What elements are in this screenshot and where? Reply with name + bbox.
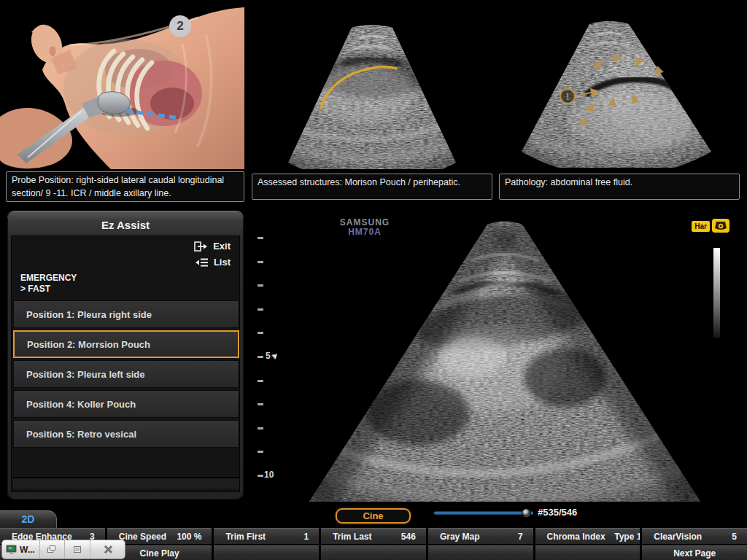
ez-assist-title: Ez Assist <box>7 211 244 231</box>
gray-map-bar <box>713 248 720 338</box>
app-window-icon <box>6 545 17 555</box>
pathology-marker-label: ! <box>566 91 569 102</box>
position-item-4[interactable]: Position 4: Koller Pouch <box>13 390 239 418</box>
panel-footer <box>13 477 239 489</box>
softkey-chroma-index[interactable]: Chroma IndexType 1 <box>535 528 640 544</box>
position-item-label: Position 4: Koller Pouch <box>26 399 136 410</box>
cine-button[interactable]: Cine <box>336 508 411 524</box>
softkey-value: 1 <box>303 532 319 542</box>
ultrasound-image <box>252 210 747 502</box>
position-item-2[interactable]: Position 2: Morrsion Pouch <box>13 330 239 358</box>
position-item-label: Position 2: Morrsion Pouch <box>27 339 150 350</box>
close-icon <box>104 545 112 553</box>
window-maximize-button[interactable] <box>64 540 90 559</box>
slider-knob[interactable] <box>522 508 531 518</box>
assessed-structures-caption: Assessed structures: Morison Pouch / per… <box>252 174 492 200</box>
position-item-label: Position 1: Pleura right side <box>26 309 152 320</box>
position-item-3[interactable]: Position 3: Pleura left side <box>13 360 239 388</box>
position-item-1[interactable]: Position 1: Pleura right side <box>13 300 239 328</box>
exit-label: Exit <box>213 241 231 252</box>
softkey-label: ClearVision <box>642 532 702 542</box>
softkey-next-page[interactable]: Next Page <box>642 545 747 560</box>
frame-counter: #535/546 <box>538 507 577 518</box>
harmonic-badge: Har <box>692 221 710 232</box>
softkey-value: 5 <box>732 532 747 542</box>
softkey-value: 100 % <box>177 532 212 542</box>
exit-button[interactable]: Exit <box>194 241 231 252</box>
restore-icon <box>47 545 56 553</box>
position-list: Position 1: Pleura right side Position 2… <box>13 300 239 450</box>
list-button[interactable]: List <box>194 257 231 268</box>
softkey-label: Cine Play <box>140 548 179 559</box>
list-icon <box>195 257 209 268</box>
softkey-blank-3[interactable] <box>214 545 319 560</box>
step-badge: 2 <box>169 15 191 37</box>
exit-icon <box>194 241 208 252</box>
depth-label-5: 5 <box>266 351 271 361</box>
assessed-structures-thumbnail <box>255 6 489 169</box>
softkey-label: Gray Map <box>428 532 480 542</box>
softkey-trim-last[interactable]: Trim Last546 <box>321 528 426 544</box>
softkey-blank-5[interactable] <box>428 545 533 560</box>
probe-type-badge <box>712 219 729 233</box>
maximize-icon <box>74 546 81 553</box>
main-ultrasound-view: SAMSUNG HM70A 5 10 Har <box>252 210 747 502</box>
ez-assist-body: Exit List EMERGENCY > FAST Position 1: P… <box>11 236 240 492</box>
model-name: HM70A <box>332 228 398 237</box>
softkey-label: Chroma Index <box>535 532 605 542</box>
pathology-caption: Pathology: abdominal free fluid. <box>499 174 740 200</box>
probe-position-caption: Probe Position: right-sided lateral caud… <box>6 171 244 202</box>
tab-2d[interactable]: 2D <box>0 510 57 528</box>
softkey-gray-map[interactable]: Gray Map7 <box>428 528 533 544</box>
window-title: W... <box>17 545 39 555</box>
device-brand: SAMSUNG HM70A <box>332 218 398 237</box>
probe-position-panel: 2 <box>0 0 244 169</box>
probe-icon <box>712 219 729 233</box>
cine-frame-slider[interactable] <box>434 508 533 518</box>
position-item-label: Position 3: Pleura left side <box>26 369 145 380</box>
softkey-label: Next Page <box>673 548 716 559</box>
window-restore-button[interactable] <box>39 540 65 559</box>
protocol-name: > FAST <box>20 284 50 294</box>
probe-position-illustration <box>0 0 244 169</box>
softkey-trim-first[interactable]: Trim First1 <box>214 528 319 544</box>
position-item-5[interactable]: Position 5: Retro vesical <box>13 420 239 448</box>
window-titlebar-fragment: W... <box>1 540 125 559</box>
protocol-category: EMERGENCY <box>20 273 77 283</box>
softkey-blank-4[interactable] <box>321 545 426 560</box>
ez-assist-panel: Ez Assist Exit List EMERGENCY > FAST <box>7 211 244 499</box>
softkey-clearvision[interactable]: ClearVision5 <box>642 528 747 544</box>
depth-label-10: 10 <box>264 470 274 480</box>
position-item-label: Position 5: Retro vesical <box>26 429 136 440</box>
softkey-blank-6[interactable] <box>535 545 640 560</box>
pathology-thumbnail: ! <box>503 6 737 168</box>
list-label: List <box>214 257 231 268</box>
softkey-value: 546 <box>401 532 426 542</box>
softkey-label: Trim First <box>214 532 266 542</box>
softkey-label: Trim Last <box>321 532 371 542</box>
slider-track[interactable] <box>434 511 533 515</box>
softkey-value: 7 <box>518 532 533 542</box>
window-close-button[interactable] <box>90 540 125 559</box>
softkey-value: Type 1 <box>614 532 640 542</box>
